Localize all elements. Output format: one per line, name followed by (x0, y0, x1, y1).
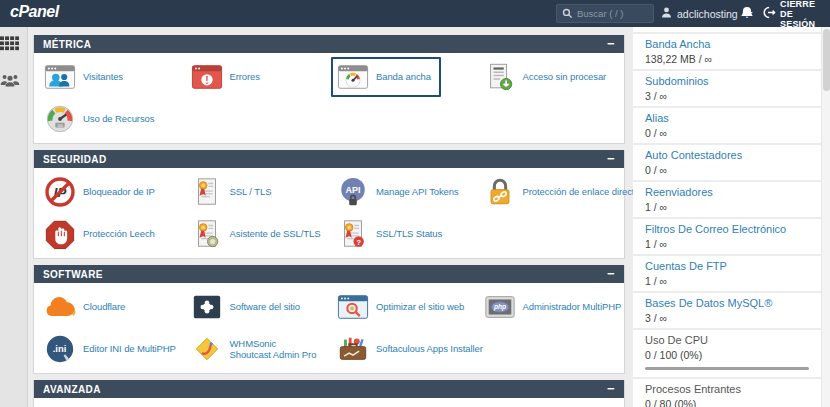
stat-label[interactable]: Filtros De Correo Electrónico (645, 223, 809, 235)
stat-item: Filtros De Correo Electrónico 1 / ∞ (633, 219, 821, 254)
vertical-scrollbar[interactable] (821, 27, 830, 407)
app-item[interactable]: Cloudflare (36, 286, 183, 328)
section-header: SOFTWARE − (34, 265, 624, 283)
app-item[interactable]: Índices (329, 401, 476, 407)
hotlink-protection-icon (484, 176, 516, 208)
app-item-label: Banda ancha (376, 71, 431, 82)
collapse-button[interactable]: − (607, 39, 615, 49)
stat-label[interactable]: Subdominios (645, 75, 809, 87)
apps-grid-icon[interactable] (0, 36, 27, 55)
app-item[interactable]: SSL / TLS (183, 171, 330, 213)
section-title: AVANZADA (43, 384, 101, 395)
user-groups-icon[interactable] (0, 71, 27, 92)
app-item[interactable]: IP Bloqueador de IP (36, 171, 183, 213)
app-item[interactable]: Acceso sin procesar (476, 56, 623, 98)
section-header: MÉTRICA − (34, 35, 624, 53)
app-item[interactable]: ? SSL/TLS Status (329, 213, 476, 255)
section-body: IP Bloqueador de IP SSL / TLS API Manage… (34, 168, 624, 258)
stat-label[interactable]: Banda Ancha (645, 38, 809, 50)
ip-blocker-icon: IP (44, 176, 76, 208)
app-item[interactable]: ! Errores (183, 56, 330, 98)
user-icon (660, 5, 673, 23)
app-item-label: Editor INI de MultiPHP (83, 343, 176, 354)
stat-label: Procesos Entrantes (645, 383, 809, 395)
search-input[interactable] (577, 8, 647, 19)
section-header: AVANZADA − (34, 380, 624, 398)
stat-label: Uso De CPU (645, 334, 809, 346)
stat-label[interactable]: Auto Contestadores (645, 149, 809, 161)
optimize-website-icon (337, 291, 369, 323)
app-item[interactable]: Protección de enlace directo (476, 171, 623, 213)
section: SEGURIDAD − IP Bloqueador de IP SSL / TL… (33, 150, 625, 259)
stat-item: Banda Ancha 138,22 MB / ∞ (633, 34, 821, 69)
section: AVANZADA − Trabajos de cron DNS Monitori… (33, 380, 625, 407)
section-header: SEGURIDAD − (34, 150, 624, 168)
notifications-bell[interactable] (740, 5, 754, 25)
stat-label[interactable]: Bases De Datos MySQL® (645, 297, 809, 309)
app-item[interactable]: DNS Monitorizar DNS (183, 401, 330, 407)
cpanel-logo: cPanel (10, 3, 59, 21)
username: adclichosting (677, 8, 738, 20)
collapse-button[interactable]: − (607, 384, 615, 394)
app-item-label: Software del sitio (230, 301, 301, 312)
left-sidebar (0, 27, 28, 407)
section-title: SEGURIDAD (43, 154, 107, 165)
stat-item: Alias 0 / ∞ (633, 108, 821, 143)
search-icon (562, 5, 573, 23)
app-item-label: Acceso sin procesar (523, 71, 607, 82)
logout-button[interactable]: CIERRE DE SESIÓN (763, 0, 830, 27)
app-item-label: Optimizar el sitio web (376, 301, 464, 312)
stat-item: Auto Contestadores 0 / ∞ (633, 145, 821, 180)
app-item[interactable]: ! Páginas de error (476, 401, 623, 407)
search-box[interactable] (556, 4, 654, 23)
app-item-label: Errores (230, 71, 260, 82)
stat-item: Subdominios 3 / ∞ (633, 71, 821, 106)
collapse-button[interactable]: − (607, 269, 615, 279)
app-item[interactable]: Software del sitio (183, 286, 330, 328)
stat-item: Bases De Datos MySQL® 3 / ∞ (633, 293, 821, 328)
app-item[interactable]: Trabajos de cron (36, 401, 183, 407)
user-menu[interactable]: adclichosting (660, 0, 753, 27)
stat-value: 1 / ∞ (645, 276, 809, 287)
app-item[interactable]: Softaculous Apps Installer (329, 328, 476, 370)
resource-usage-icon: 100 (44, 103, 76, 135)
stats-panel: Banda Ancha 138,22 MB / ∞ Subdominios 3 … (633, 27, 821, 407)
app-item[interactable]: WHMSonic Shoutcast Admin Pro (183, 328, 330, 370)
app-item-label: Protección de enlace directo (523, 186, 640, 197)
app-item[interactable]: Optimizar el sitio web (329, 286, 476, 328)
svg-text:php: php (492, 303, 505, 311)
app-item-label: Administrador MultiPHP (523, 301, 622, 312)
stat-item: Cuentas De FTP 1 / ∞ (633, 256, 821, 291)
stat-label[interactable]: Cuentas De FTP (645, 260, 809, 272)
stat-label[interactable]: Reenviadores (645, 186, 809, 198)
section-title: SOFTWARE (43, 269, 103, 280)
app-item[interactable]: API Manage API Tokens (329, 171, 476, 213)
app-item-label: WHMSonic Shoutcast Admin Pro (230, 338, 318, 361)
svg-text:API: API (346, 185, 361, 195)
usage-progress-bar (645, 367, 809, 370)
logout-icon (763, 5, 776, 23)
logout-label: CIERRE DE SESIÓN (780, 0, 830, 29)
app-item[interactable]: Asistente de SSL/TLS (183, 213, 330, 255)
app-item[interactable]: 100 Uso de Recursos (36, 98, 183, 140)
app-item-label: Uso de Recursos (83, 113, 154, 124)
section-body: Visitantes ! Errores Banda ancha Acceso … (34, 53, 624, 143)
stat-value: 0 / 80 (0%) (645, 399, 809, 407)
app-item-label: Softaculous Apps Installer (376, 343, 483, 354)
stat-value: 0 / ∞ (645, 165, 809, 176)
scrollbar-thumb[interactable] (823, 29, 830, 91)
app-item[interactable]: .ini Editor INI de MultiPHP (36, 328, 183, 370)
app-item[interactable]: Visitantes (36, 56, 183, 98)
ssl-status-icon: ? (337, 218, 369, 250)
app-item[interactable]: php Administrador MultiPHP (476, 286, 623, 328)
app-item-label: Visitantes (83, 71, 123, 82)
bandwidth-icon (337, 61, 369, 93)
app-item[interactable]: Banda ancha (329, 56, 476, 98)
stat-label[interactable]: Alias (645, 112, 809, 124)
topbar: cPanel adclichosting CIERRE DE SESIÓN (0, 0, 830, 27)
stat-item: Procesos Entrantes 0 / 80 (0%) (633, 379, 821, 407)
app-item[interactable]: Protección Leech (36, 213, 183, 255)
whmsonic-icon (191, 333, 223, 365)
collapse-button[interactable]: − (607, 154, 615, 164)
stat-item: Reenviadores 1 / ∞ (633, 182, 821, 217)
